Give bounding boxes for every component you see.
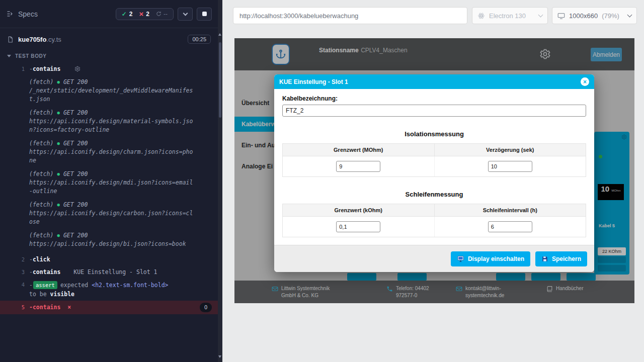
schleifenmessung-table: Grenzwert (kOhm) Schleifenintervall (h) [282,204,586,237]
pending-count: -- [164,11,168,18]
assert-state: visible [50,291,74,298]
grenzwert-kohm-input[interactable] [336,221,380,232]
kabelbezeichnung-label: Kabelbezeichnung: [282,95,586,102]
specs-menu[interactable]: Specs [6,10,38,18]
status-dot-icon: ● [57,109,59,117]
command-log: 1 -contains (fetch) ● GET 200 /_next/sta… [0,63,218,314]
browser-name: Electron 130 [489,12,526,20]
fetch-tag: (fetch) [29,109,53,117]
command-number: 4 [0,281,29,289]
speichern-button[interactable]: Speichern [535,251,587,266]
pending-refresh-icon [156,11,162,17]
display-button-label: Display einschalten [468,255,524,262]
viewport-zoom: (79%) [602,12,619,20]
schleifenmessung-title: Schleifenmessung [282,191,586,198]
stop-tests-button[interactable] [197,8,212,21]
spec-header: kue705fo.cy.ts 00:25 [0,28,218,50]
fail-cross-icon: × [67,303,71,312]
fetch-log-entry[interactable]: (fetch) ● GET 200 https://api.iconify.de… [29,201,196,226]
failed-cross-icon: × [139,11,144,17]
spec-file-icon [7,36,14,43]
stat-passed: ✓ 2 [122,11,133,18]
chevron-down-icon [627,12,632,17]
browser-selector[interactable]: Electron 130 [472,7,548,24]
save-button-label: Speichern [552,255,581,262]
command-name: contains [33,65,60,72]
command-contains-1[interactable]: 1 -contains [0,63,218,75]
command-options-gear-icon [74,66,80,72]
failed-count: 2 [146,11,149,18]
browser-stage: Electron 130 1000x660 (79%) Stationsname… [222,0,644,362]
fetch-status: GET 200 [63,78,88,86]
kabelbezeichnung-input[interactable] [282,105,586,117]
command-number: 2 [0,255,29,264]
monitor-icon [457,255,464,262]
fetch-status: GET 200 [63,231,88,240]
passed-check-icon: ✓ [122,11,127,18]
collapse-panel-button[interactable] [178,8,193,21]
scroll-down-icon[interactable] [218,355,221,358]
status-dot-icon: ● [57,170,59,178]
display-einschalten-button[interactable]: Display einschalten [451,251,530,266]
fetch-url: https://api.iconify.design/bi.json?icons… [29,240,196,248]
modal-body: Kabelbezeichnung: Isolationsmessung Gren… [274,89,594,237]
fetch-status: GET 200 [63,201,88,209]
fetch-tag: (fetch) [29,78,53,86]
fetch-log-entry[interactable]: (fetch) ● GET 200 https://api.iconify.de… [29,231,196,248]
command-click-2[interactable]: 2 -click [0,253,218,266]
element-count-badge: 0 [200,303,212,312]
runner-scrollbar[interactable] [218,0,222,362]
fetch-url: https://api.iconify.design/mdi.json?icon… [29,178,196,196]
schleifenintervall-input[interactable] [488,221,532,232]
spec-name: kue705fo [18,36,46,43]
command-name: click [33,256,50,263]
fetch-log-entry[interactable]: (fetch) ● GET 200 /_next/static/developm… [29,78,196,104]
fetch-status: GET 200 [63,109,88,117]
command-contains-3[interactable]: 3 -contains KUE Einstellung - Slot 1 [0,266,218,279]
spec-timer: 00:25 [188,35,211,44]
test-body-label: TEST BODY [15,53,47,59]
viewport-selector[interactable]: 1000x660 (79%) [552,7,637,24]
scroll-up-icon[interactable] [218,33,221,36]
close-icon[interactable]: × [581,77,589,86]
column-header-verzoegerung: Verzögerung (sek) [435,144,586,156]
isolationsmessung-table: Grenzwert (MOhm) Verzögerung (sek) [282,143,586,177]
command-number: 3 [0,268,29,277]
command-contains-5-failed[interactable]: 5 -contains × 0 [0,301,218,314]
command-dash: - [29,65,33,72]
fetch-url: https://api.iconify.design/material-symb… [29,117,196,134]
stat-pending: -- [156,11,168,18]
fetch-log-entry[interactable]: (fetch) ● GET 200 https://api.iconify.de… [29,139,196,165]
command-number: 1 [0,65,29,73]
command-dash: - [29,268,33,276]
grenzwert-mohm-input[interactable] [336,161,380,172]
fetch-log-entry[interactable]: (fetch) ● GET 200 https://api.iconify.de… [29,109,196,134]
fetch-tag: (fetch) [29,139,53,148]
viewport-size: 1000x660 [569,12,598,20]
scrollbar-thumb[interactable] [219,42,221,118]
cypress-runner-panel: Specs ✓ 2 × 2 -- kue705fo.cy.ts [0,0,218,362]
fetch-status: GET 200 [63,170,88,178]
url-bar[interactable] [233,7,467,24]
command-dash: - [29,304,33,311]
fetch-tag: (fetch) [29,201,53,209]
status-dot-icon: ● [57,231,59,240]
test-body-section-toggle[interactable]: TEST BODY [0,50,218,63]
fetch-url: https://api.iconify.design/carbon.json?i… [29,209,196,226]
command-assert-4[interactable]: 4 -assertexpected <h2.text-sm.font-bold>… [0,279,218,301]
modal-footer: Display einschalten Speichern [274,245,594,272]
isolationsmessung-title: Isolationsmessung [282,130,586,138]
fetch-url: /_next/static/development/_devMiddleware… [29,86,196,104]
verzoegerung-input[interactable] [488,161,532,172]
url-input[interactable] [239,12,461,20]
status-dot-icon: ● [57,139,59,148]
viewport-monitor-icon [557,12,565,20]
column-header-grenzwert-mohm: Grenzwert (MOhm) [283,144,435,156]
modal-header: KUE Einstellung - Slot 1 × [274,74,594,89]
column-header-grenzwert-kohm: Grenzwert (kOhm) [283,204,435,216]
floppy-save-icon [541,255,548,262]
command-name: contains [33,268,60,276]
chevron-down-icon [7,55,11,57]
assert-expected-text: expected [60,282,88,289]
fetch-log-entry[interactable]: (fetch) ● GET 200 https://api.iconify.de… [29,170,196,196]
